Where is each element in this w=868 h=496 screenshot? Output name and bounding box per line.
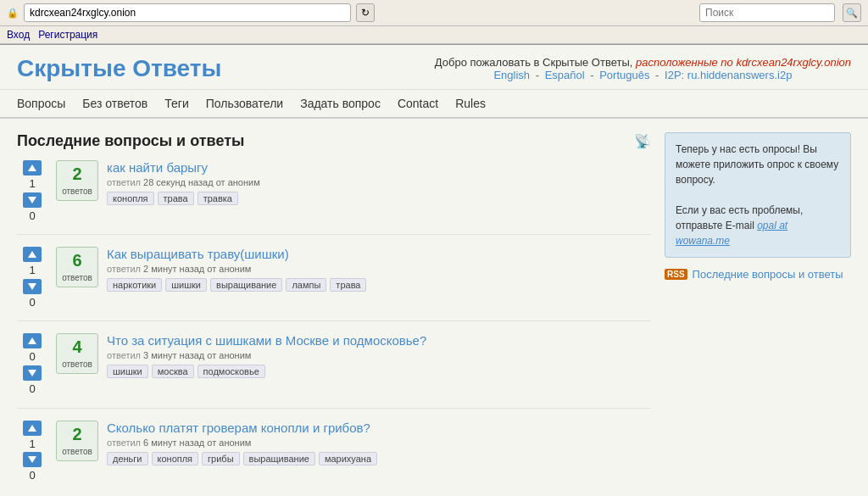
sidebar-notice-box: Теперь у нас есть опросы! Вы можете прил…: [665, 132, 851, 258]
question-item: 0 0 4 ответов Что за ситуация с шишками …: [17, 333, 651, 408]
vote-down-count: 0: [29, 382, 35, 396]
tag[interactable]: лампы: [286, 278, 326, 292]
question-title[interactable]: Сколько платят гроверам конопли и грибов…: [107, 421, 370, 435]
question-title[interactable]: Как выращивать траву(шишки): [107, 247, 289, 261]
vote-column: 1 0: [17, 421, 47, 482]
site-link: расположенные по kdrcxean24rxglcy.onion: [636, 56, 851, 69]
tag[interactable]: выращивание: [243, 452, 315, 465]
rss-feed-icon[interactable]: 📡: [634, 133, 651, 149]
page-wrapper: Скрытые Ответы Добро пожаловать в Скрыты…: [0, 45, 868, 496]
tag[interactable]: марихуана: [319, 452, 377, 465]
lang-espanol[interactable]: Español: [545, 69, 585, 81]
tag[interactable]: конопля: [152, 452, 199, 465]
tag[interactable]: деньги: [107, 452, 148, 465]
vote-up-count: 1: [29, 264, 35, 277]
nav-questions[interactable]: Вопросы: [17, 97, 65, 110]
question-meta: ответил 28 секунд назад от аноним: [107, 177, 651, 187]
vote-down-count: 0: [29, 296, 35, 309]
nav-users[interactable]: Пользователи: [206, 97, 283, 110]
header-welcome: Добро пожаловать в Скрытые Ответы, распо…: [435, 56, 851, 69]
main-content: Последние вопросы и ответы 📡 1 0 2 ответ…: [0, 119, 868, 496]
answer-count-box: 2 ответов: [56, 160, 98, 201]
bookmark-login[interactable]: Вход: [7, 29, 30, 41]
nav-unanswered[interactable]: Без ответов: [82, 97, 147, 110]
nav-tags[interactable]: Теги: [164, 97, 188, 110]
vote-down-count: 0: [29, 209, 35, 223]
nav-rules[interactable]: Rules: [455, 97, 486, 110]
tag[interactable]: грибы: [202, 452, 239, 465]
arrow-down-icon: [28, 283, 36, 290]
answer-count-box: 2 ответов: [56, 421, 98, 461]
question-meta: ответил 6 минут назад от аноним: [107, 437, 651, 448]
nav-contact[interactable]: Contact: [398, 97, 438, 110]
welcome-text: Добро пожаловать в Скрытые Ответы,: [435, 56, 633, 69]
question-item: 1 0 2 ответов как найти барыгу ответил 2…: [17, 160, 651, 235]
sidebar-contact-text: Если у вас есть проблемы, отправьте E-ma…: [676, 203, 840, 248]
tag[interactable]: выращивание: [210, 278, 282, 292]
header-langs: English - Español - Português - I2P: ru.…: [435, 69, 851, 81]
meta-time: 2 минут назад от аноним: [143, 264, 251, 274]
vote-up-button[interactable]: [23, 160, 42, 176]
meta-time: 3 минут назад от аноним: [143, 350, 251, 360]
vote-down-button[interactable]: [23, 192, 42, 208]
answer-count-box: 4 ответов: [56, 333, 98, 374]
vote-down-count: 0: [29, 469, 35, 482]
question-title[interactable]: Что за ситуация с шишками в Москве и под…: [107, 333, 426, 348]
answer-count-box: 6 ответов: [56, 247, 98, 287]
arrow-down-icon: [28, 370, 36, 376]
sidebar-rss-link[interactable]: RSS Последние вопросы и ответы: [665, 268, 851, 281]
answer-count-number: 2: [62, 425, 92, 444]
tag[interactable]: трава: [158, 192, 194, 205]
answer-count-label: ответов: [62, 359, 92, 369]
arrow-up-icon: [28, 425, 36, 432]
tag[interactable]: травка: [198, 192, 238, 205]
question-item: 1 0 2 ответов Сколько платят гроверам ко…: [17, 421, 651, 494]
i2p-label: I2P:: [665, 69, 684, 81]
tag[interactable]: шишки: [107, 365, 148, 378]
meta-time: 28 секунд назад от аноним: [143, 177, 260, 187]
question-body: Что за ситуация с шишками в Москве и под…: [107, 333, 651, 378]
vote-down-button[interactable]: [23, 279, 42, 294]
question-body: Как выращивать траву(шишки) ответил 2 ми…: [107, 247, 651, 292]
sidebar-email-link[interactable]: opal at wowana.me: [676, 220, 787, 247]
meta-time: 6 минут назад от аноним: [143, 437, 251, 448]
arrow-up-icon: [28, 251, 36, 258]
browser-search-button[interactable]: 🔍: [843, 3, 861, 22]
address-bar[interactable]: [24, 3, 351, 22]
vote-column: 1 0: [17, 247, 47, 309]
question-meta: ответил 2 минут назад от аноним: [107, 264, 651, 274]
arrow-down-icon: [28, 197, 36, 203]
vote-up-button[interactable]: [23, 421, 42, 436]
lang-separator-2: -: [590, 69, 597, 81]
browser-search-input[interactable]: [699, 3, 835, 22]
tag[interactable]: шишки: [165, 278, 207, 292]
nav-ask[interactable]: Задать вопрос: [300, 97, 381, 110]
lang-portugues[interactable]: Português: [599, 69, 649, 81]
answer-count-label: ответов: [62, 187, 92, 196]
rss-icon: RSS: [665, 269, 687, 280]
reload-button[interactable]: ↻: [356, 3, 375, 22]
question-title[interactable]: как найти барыгу: [107, 160, 208, 175]
bookmark-register[interactable]: Регистрация: [38, 29, 97, 41]
vote-up-button[interactable]: [23, 247, 42, 262]
section-title-row: Последние вопросы и ответы 📡: [17, 132, 651, 150]
vote-up-count: 1: [29, 437, 35, 451]
vote-down-button[interactable]: [23, 365, 42, 381]
vote-column: 0 0: [17, 333, 47, 395]
arrow-up-icon: [28, 337, 36, 344]
vote-up-count: 0: [29, 350, 35, 364]
answer-count-number: 4: [62, 337, 92, 357]
tag[interactable]: конопля: [107, 192, 154, 205]
tag[interactable]: москва: [152, 365, 194, 378]
lang-english[interactable]: English: [493, 69, 530, 81]
vote-down-button[interactable]: [23, 452, 42, 467]
tag[interactable]: наркотики: [107, 278, 162, 292]
i2p-link[interactable]: ru.hiddenanswers.i2p: [687, 69, 793, 81]
tag[interactable]: трава: [330, 278, 366, 292]
tag[interactable]: подмосковье: [198, 365, 265, 378]
tags-container: деньги конопля грибы выращивание марихуа…: [107, 452, 651, 465]
site-title: Скрытые Ответы: [17, 55, 221, 82]
question-item: 1 0 6 ответов Как выращивать траву(шишки…: [17, 247, 651, 321]
vote-up-button[interactable]: [23, 333, 42, 348]
tags-container: шишки москва подмосковье: [107, 365, 651, 378]
